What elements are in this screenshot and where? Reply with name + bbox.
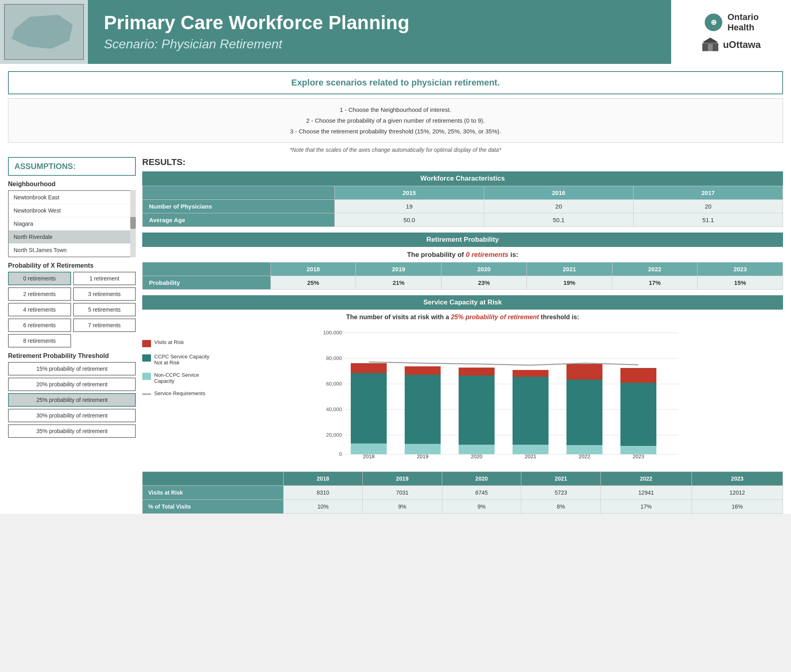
intro-text: Explore scenarios related to physician r… xyxy=(14,78,777,88)
bar-2021-non-ccpc xyxy=(513,445,549,454)
wc-val-age-2016: 50.1 xyxy=(484,213,633,227)
chart-label-2018: 2018 xyxy=(363,453,375,459)
neighbourhood-item-2[interactable]: Niagara xyxy=(9,217,135,231)
bar-2021-ccpc xyxy=(513,377,549,445)
risk-col-2022: 2022 xyxy=(600,472,692,486)
neighbourhood-item-1[interactable]: Newtonbrook West xyxy=(9,204,135,217)
legend-line-service-req xyxy=(142,394,151,395)
legend-visits-risk: Visits at Risk xyxy=(142,339,214,347)
risk-pct-2022: 17% xyxy=(600,500,692,514)
svg-text:80,000: 80,000 xyxy=(326,355,342,361)
retirement-btn-3[interactable]: 3 retirements xyxy=(73,287,136,301)
risk-pct-2019: 9% xyxy=(363,500,442,514)
chart-legend: Visits at Risk CCPC Service Capacity Not… xyxy=(142,327,214,464)
wc-val-age-2015: 50.0 xyxy=(334,213,484,227)
threshold-list: 15% probability of retirement 20% probab… xyxy=(8,362,136,438)
rp-row-probability: Probability 25% 21% 23% 19% 17% 15% xyxy=(143,276,783,290)
wc-val-physicians-2015: 19 xyxy=(334,200,484,213)
uottawa-text: uOttawa xyxy=(723,39,761,50)
risk-row-visits: Visits at Risk 8310 7031 6745 5723 12941… xyxy=(143,486,783,500)
rp-col-2020: 2020 xyxy=(441,262,527,276)
bar-2022-visits xyxy=(566,364,602,380)
wc-row-age: Average Age 50.0 50.1 51.1 xyxy=(143,213,783,227)
rp-col-2019: 2019 xyxy=(356,262,441,276)
risk-pct-2018: 10% xyxy=(283,500,363,514)
chart-label-2023: 2023 xyxy=(633,453,644,459)
scrollbar-track[interactable] xyxy=(130,190,136,257)
rp-val-2018: 25% xyxy=(270,276,356,290)
legend-label-service-req: Service Requirements xyxy=(154,390,205,396)
bar-2018-ccpc xyxy=(351,373,387,443)
risk-label-visits: Visits at Risk xyxy=(143,486,284,500)
wc-label-physicians: Number of Physicians xyxy=(143,200,335,213)
wc-val-age-2017: 51.1 xyxy=(633,213,783,227)
map-image xyxy=(4,4,84,60)
retirement-btn-5[interactable]: 5 retirements xyxy=(73,303,136,316)
threshold-btn-20[interactable]: 20% probability of retirement xyxy=(8,378,136,391)
threshold-btn-30[interactable]: 30% probability of retirement xyxy=(8,409,136,422)
bar-2021-visits xyxy=(513,370,549,377)
legend-label-ccpc-not-risk: CCPC Service Capacity Not at Risk xyxy=(154,354,214,366)
neighbourhood-item-4[interactable]: North St.James Town xyxy=(9,244,135,256)
wc-label-age: Average Age xyxy=(143,213,335,227)
bar-2018-non-ccpc xyxy=(351,443,387,454)
assumptions-header: ASSUMPTIONS: xyxy=(8,157,136,176)
risk-visits-2018: 8310 xyxy=(283,486,363,500)
retirement-btn-1[interactable]: 1 retirement xyxy=(73,272,136,285)
bar-2022-ccpc xyxy=(566,380,602,445)
wc-col-2015: 2015 xyxy=(334,186,484,200)
instructions-box: 1 - Choose the Neighbourhood of interest… xyxy=(8,98,783,143)
service-capacity-section: Service Capacity at Risk The number of v… xyxy=(142,295,783,514)
retirement-btn-4[interactable]: 4 retirements xyxy=(8,303,71,316)
risk-col-2018: 2018 xyxy=(283,472,363,486)
threshold-label: Retirement Probability Threshold xyxy=(8,352,136,360)
ontario-health-icon: ⊕ xyxy=(704,12,723,32)
legend-swatch-ccpc-not-risk xyxy=(142,354,151,362)
instruction-line2: 2 - Choose the probability of a given nu… xyxy=(16,115,775,126)
risk-col-2019: 2019 xyxy=(363,472,442,486)
bar-2019-ccpc xyxy=(405,375,441,444)
chart-label-2020: 2020 xyxy=(471,453,483,459)
main-content: ASSUMPTIONS: Neighbourhood Newtonbrook E… xyxy=(8,157,783,514)
chart-label-2019: 2019 xyxy=(417,453,429,459)
bar-2020-visits xyxy=(459,368,495,376)
legend-label-visits-risk: Visits at Risk xyxy=(154,339,184,345)
retirement-btn-8[interactable]: 8 retirements xyxy=(8,334,71,348)
threshold-btn-25[interactable]: 25% probability of retirement xyxy=(8,393,136,407)
ontario-health-text: OntarioHealth xyxy=(727,12,759,33)
legend-label-non-ccpc: Non-CCPC Service Capacity xyxy=(154,372,214,384)
risk-col-2023: 2023 xyxy=(692,472,783,486)
rp-val-2021: 19% xyxy=(527,276,612,290)
risk-visits-2023: 12012 xyxy=(692,486,783,500)
retirement-btn-2[interactable]: 2 retirements xyxy=(8,287,71,301)
rp-col-header-empty xyxy=(143,262,271,276)
retirement-btn-0[interactable]: 0 retirements xyxy=(8,272,71,285)
legend-swatch-non-ccpc xyxy=(142,373,151,380)
threshold-btn-35[interactable]: 35% probability of retirement xyxy=(8,424,136,438)
prob-highlight: 0 retirements xyxy=(466,251,509,258)
neighbourhood-item-3[interactable]: North Riverdale xyxy=(9,231,135,244)
retirement-grid: 0 retirements 1 retirement 2 retirements… xyxy=(8,272,136,348)
header-title-area: Primary Care Workforce Planning Scenario… xyxy=(88,0,671,64)
neighbourhood-item-0[interactable]: Newtonbrook East xyxy=(9,191,135,204)
bar-2022-non-ccpc xyxy=(566,445,602,454)
threshold-btn-15[interactable]: 15% probability of retirement xyxy=(8,362,136,376)
legend-swatch-visits-risk xyxy=(142,340,151,347)
neighbourhood-list: Newtonbrook East Newtonbrook West Niagar… xyxy=(8,190,136,257)
retirement-btn-6[interactable]: 6 retirements xyxy=(8,318,71,332)
risk-pct-2021: 8% xyxy=(521,500,601,514)
scrollbar-thumb[interactable] xyxy=(130,217,136,229)
legend-service-req: Service Requirements xyxy=(142,390,214,396)
header: Primary Care Workforce Planning Scenario… xyxy=(0,0,791,64)
neighbourhood-list-wrapper: Newtonbrook East Newtonbrook West Niagar… xyxy=(8,190,136,257)
svg-rect-5 xyxy=(708,44,713,51)
ontario-health-logo: ⊕ OntarioHealth xyxy=(704,12,759,33)
visit-suffix: threshold is: xyxy=(541,314,579,320)
bar-2023-ccpc xyxy=(620,383,656,446)
service-capacity-visit-line: The number of visits at risk with a 25% … xyxy=(142,310,783,323)
svg-text:100,000: 100,000 xyxy=(323,330,342,336)
intro-box: Explore scenarios related to physician r… xyxy=(8,71,783,94)
bar-2020-ccpc xyxy=(459,376,495,445)
subtitle: Scenario: Physician Retirement xyxy=(104,37,655,52)
retirement-btn-7[interactable]: 7 retirements xyxy=(73,318,136,332)
